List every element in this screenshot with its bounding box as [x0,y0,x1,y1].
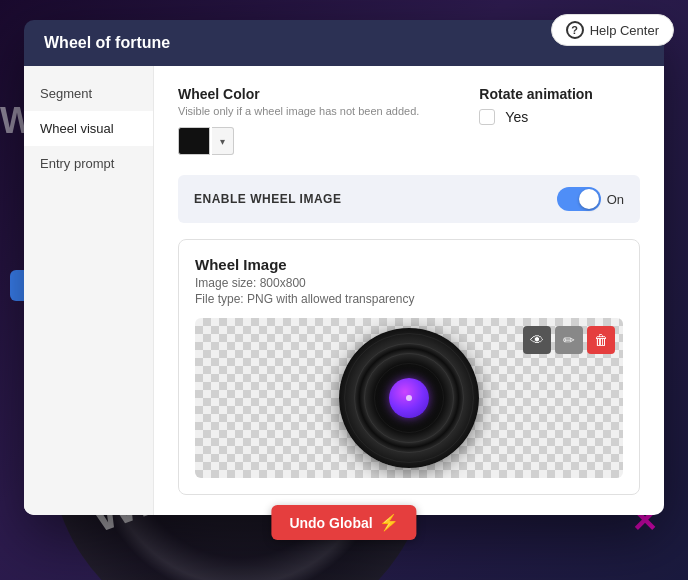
rotate-checkbox[interactable] [479,109,495,125]
wheel-color-row: Wheel Color Visible only if a wheel imag… [178,86,640,155]
undo-global-label: Undo Global [289,515,372,531]
main-content: Wheel Color Visible only if a wheel imag… [154,66,664,515]
wheel-image-size: Image size: 800x800 [195,276,623,290]
rotate-toggle-row: Yes [479,109,593,125]
lightning-icon: ⚡ [379,513,399,532]
enable-wheel-image-label: ENABLE WHEEL IMAGE [194,192,341,206]
vinyl-center-label [389,378,429,418]
vinyl-record-image [339,328,479,468]
preview-delete-button[interactable]: 🗑 [587,326,615,354]
delete-icon: 🗑 [594,332,608,348]
toggle-track[interactable] [557,187,601,211]
toggle-on-label: On [607,192,624,207]
help-center-button[interactable]: ? Help Center [551,14,674,46]
rotate-toggle-label: Yes [505,109,528,125]
modal-title: Wheel of fortune [44,34,170,52]
sidebar-item-segment[interactable]: Segment [24,76,153,111]
preview-actions: 👁 ✏ 🗑 [523,326,615,354]
toggle-thumb [579,189,599,209]
wheel-image-title: Wheel Image [195,256,623,273]
color-swatch[interactable] [178,127,210,155]
rotate-animation-label: Rotate animation [479,86,593,102]
color-picker: ▾ [178,127,419,155]
preview-edit-button[interactable]: ✏ [555,326,583,354]
undo-global-button[interactable]: Undo Global ⚡ [271,505,416,540]
sidebar-item-wheel-visual[interactable]: Wheel visual [24,111,153,146]
wheel-image-card: Wheel Image Image size: 800x800 File typ… [178,239,640,495]
modal-overlay: Wheel of fortune Segment Wheel visual En… [0,0,688,580]
modal-body: Segment Wheel visual Entry prompt Wheel … [24,66,664,515]
help-center-label: Help Center [590,23,659,38]
help-icon: ? [566,21,584,39]
edit-icon: ✏ [563,332,575,348]
rotate-animation-section: Rotate animation Yes [479,86,593,125]
eye-icon: 👁 [530,332,544,348]
wheel-color-section: Wheel Color Visible only if a wheel imag… [178,86,419,155]
wheel-color-sublabel: Visible only if a wheel image has not be… [178,105,419,117]
enable-toggle-switch[interactable]: On [557,187,624,211]
modal-window: Wheel of fortune Segment Wheel visual En… [24,20,664,515]
wheel-image-preview: 👁 ✏ 🗑 [195,318,623,478]
sidebar: Segment Wheel visual Entry prompt [24,66,154,515]
wheel-color-label: Wheel Color [178,86,419,102]
sidebar-item-entry-prompt[interactable]: Entry prompt [24,146,153,181]
preview-eye-button[interactable]: 👁 [523,326,551,354]
wheel-image-type: File type: PNG with allowed transparency [195,292,623,306]
enable-wheel-image-section: ENABLE WHEEL IMAGE On [178,175,640,223]
color-dropdown-button[interactable]: ▾ [212,127,234,155]
